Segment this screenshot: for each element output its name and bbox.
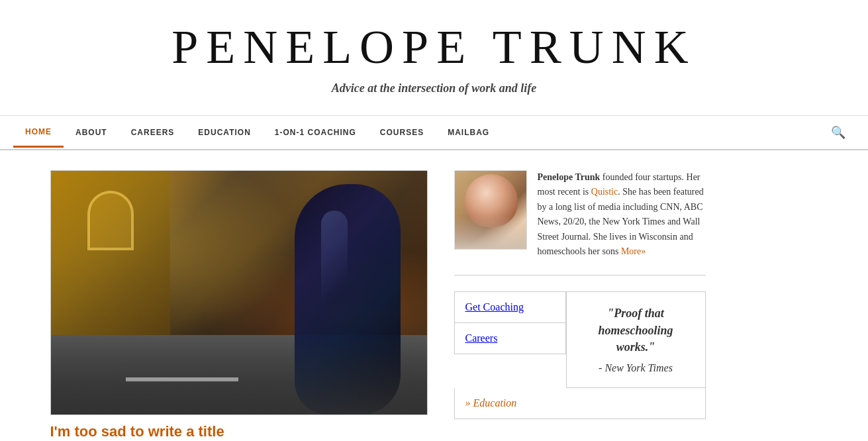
sidebar-coaching-item: Get Coaching (454, 291, 566, 322)
careers-link[interactable]: Careers (465, 332, 498, 344)
site-tagline: Advice at the intersection of work and l… (13, 81, 855, 95)
nav-item-about[interactable]: ABOUT (64, 119, 119, 146)
get-coaching-link[interactable]: Get Coaching (465, 301, 524, 313)
road-line (126, 377, 238, 381)
bio-quistic-link[interactable]: Quistic (591, 187, 618, 197)
site-title: PENELOPE TRUNK (13, 20, 855, 75)
building-decoration (51, 171, 170, 336)
guitar-case-decoration (295, 184, 401, 415)
nav-item-mailbag[interactable]: MAILBAG (436, 119, 501, 146)
arch-decoration (87, 191, 134, 250)
hero-image (50, 170, 428, 415)
right-column: Penelope Trunk founded four startups. He… (454, 170, 706, 440)
nav-item-careers[interactable]: CAREERS (119, 119, 187, 146)
education-link[interactable]: Education (465, 397, 517, 409)
main-content: I'm too sad to write a title Penelope Tr… (37, 170, 832, 440)
left-column: I'm too sad to write a title (50, 170, 428, 440)
nav-item-education[interactable]: EDUCATION (186, 119, 262, 146)
nav-item-1-on-1-coaching[interactable]: 1-ON-1 COACHING (263, 119, 368, 146)
quote-attribution: - New York Times (580, 362, 692, 374)
sidebar-careers-item: Careers (454, 322, 566, 354)
sidebar-links-col: Get Coaching Careers (454, 291, 566, 388)
nav-item-home[interactable]: HOME (13, 118, 64, 148)
bio-text: Penelope Trunk founded four startups. He… (538, 170, 706, 259)
search-icon[interactable]: 🔍 (822, 116, 855, 149)
bio-section: Penelope Trunk founded four startups. He… (454, 170, 706, 275)
guitar-highlight (321, 211, 348, 343)
sidebar-quote-col: "Proof that homeschooling works." - New … (566, 291, 706, 388)
quote-text: "Proof that homeschooling works." (580, 305, 692, 356)
nav-list: HOMEABOUTCAREERSEDUCATION1-ON-1 COACHING… (13, 118, 501, 148)
nav-item-courses[interactable]: COURSES (368, 119, 436, 146)
sidebar-quote-row: Get Coaching Careers "Proof that homesch… (454, 291, 706, 388)
site-header: PENELOPE TRUNK Advice at the intersectio… (0, 0, 868, 116)
bio-name: Penelope Trunk (538, 172, 601, 182)
sidebar-education-item: Education (454, 388, 706, 419)
post-title[interactable]: I'm too sad to write a title (50, 423, 428, 440)
road-decoration (51, 335, 427, 415)
bio-photo (454, 170, 527, 250)
bio-more-link[interactable]: More» (621, 246, 646, 256)
main-nav: HOMEABOUTCAREERSEDUCATION1-ON-1 COACHING… (0, 116, 868, 150)
